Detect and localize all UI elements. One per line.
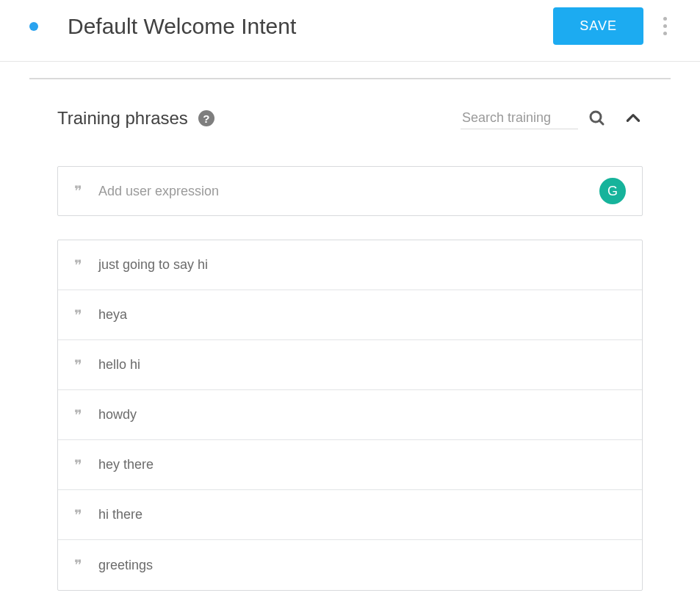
quote-icon: ❞ (74, 406, 82, 424)
save-button[interactable]: SAVE (553, 7, 643, 45)
training-section: Training phrases ? ❞ G ❞ just going to (0, 79, 700, 591)
phrase-text: heya (98, 307, 127, 323)
section-title: Training phrases (57, 108, 188, 129)
phrase-row[interactable]: ❞ hi there (58, 490, 642, 540)
page-header: Default Welcome Intent SAVE (0, 0, 700, 62)
search-input[interactable] (461, 107, 578, 129)
phrase-text: greetings (98, 558, 153, 573)
phrase-list: ❞ just going to say hi ❞ heya ❞ hello hi… (57, 240, 643, 591)
more-menu-icon[interactable] (660, 13, 671, 39)
quote-icon: ❞ (74, 456, 82, 474)
phrase-text: just going to say hi (98, 257, 208, 273)
quote-icon: ❞ (74, 256, 82, 274)
phrase-row[interactable]: ❞ greetings (58, 540, 642, 590)
quote-icon: ❞ (74, 556, 82, 574)
section-header-actions (461, 107, 643, 129)
phrase-row[interactable]: ❞ just going to say hi (58, 240, 642, 290)
phrase-row[interactable]: ❞ howdy (58, 390, 642, 440)
quote-icon: ❞ (74, 506, 82, 524)
page-title: Default Welcome Intent (68, 14, 553, 39)
phrase-text: howdy (98, 407, 137, 423)
svg-line-1 (599, 121, 603, 124)
quote-icon: ❞ (74, 306, 82, 324)
add-expression-box: ❞ G (57, 166, 643, 216)
phrase-text: hi there (98, 507, 142, 522)
help-icon[interactable]: ? (198, 110, 214, 126)
phrase-row[interactable]: ❞ heya (58, 290, 642, 340)
quote-icon: ❞ (74, 182, 82, 200)
collapse-icon[interactable] (624, 109, 643, 128)
add-expression-input[interactable] (98, 184, 599, 199)
status-dot-icon (29, 22, 38, 31)
phrase-text: hey there (98, 457, 154, 472)
phrase-row[interactable]: ❞ hello hi (58, 340, 642, 390)
section-header: Training phrases ? (57, 107, 643, 129)
phrase-text: hello hi (98, 357, 140, 373)
search-icon[interactable] (588, 109, 606, 127)
phrase-row[interactable]: ❞ hey there (58, 440, 642, 490)
grammarly-icon[interactable]: G (599, 178, 626, 204)
quote-icon: ❞ (74, 356, 82, 374)
